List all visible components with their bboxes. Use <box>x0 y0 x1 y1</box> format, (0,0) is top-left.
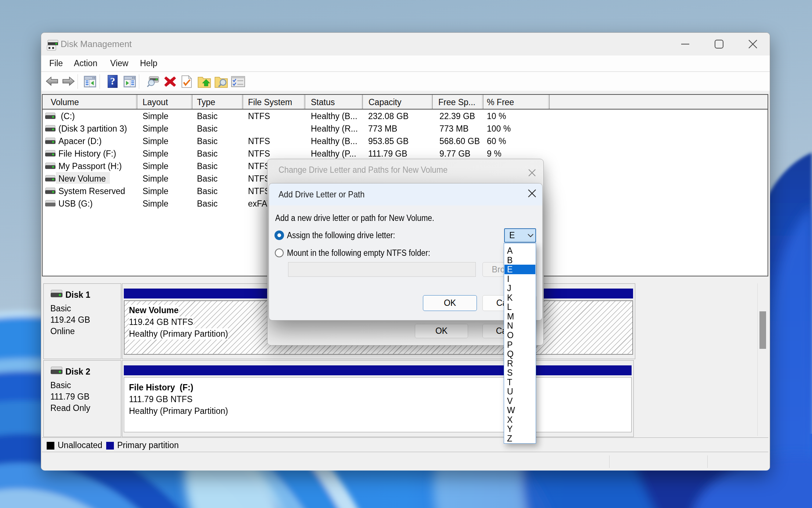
svg-text:?: ? <box>110 76 115 87</box>
